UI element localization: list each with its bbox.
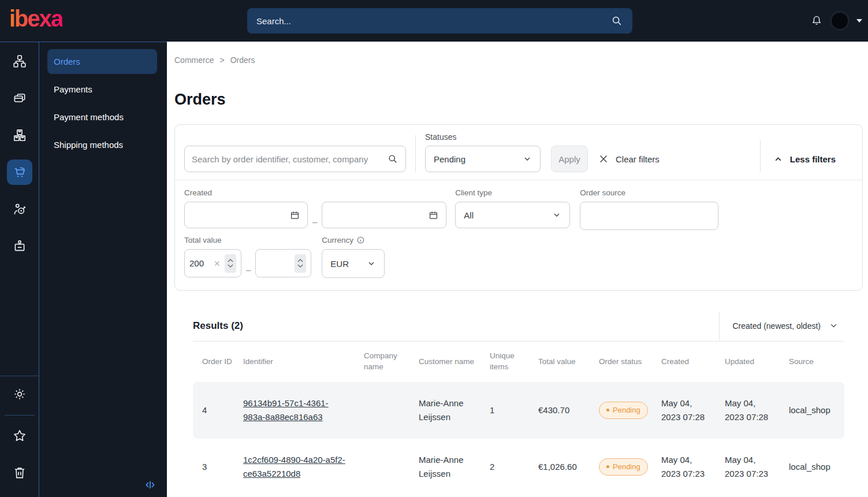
calendar-icon[interactable]	[428, 210, 439, 221]
sidebar-item-label: Orders	[54, 57, 80, 66]
status-badge: Pending	[599, 402, 648, 420]
total-value-cell: €1,026.60	[538, 460, 599, 474]
source-cell: local_shop	[789, 403, 844, 417]
order-identifier-link[interactable]: 96134b91-57c1-4361-983a-8a88ec816a63	[243, 396, 346, 424]
cart-icon[interactable]	[7, 160, 32, 185]
range-separator: –	[246, 265, 251, 275]
currency-label-text: Currency	[322, 236, 353, 244]
total-value-max-field[interactable]	[255, 249, 311, 277]
sort-select[interactable]: Created (newest, oldest)	[732, 321, 844, 331]
created-from-input[interactable]	[192, 210, 289, 220]
avatar[interactable]	[830, 11, 850, 31]
less-filters-toggle[interactable]: Less filters	[773, 146, 836, 172]
bell-icon[interactable]	[810, 14, 823, 27]
sort-label: Created (newest, oldest)	[732, 321, 821, 331]
created-cell: May 04, 2023 07:28	[661, 396, 709, 424]
table-header-row: Order ID Identifier Company name Custome…	[193, 342, 844, 382]
apply-button[interactable]: Apply	[551, 146, 588, 172]
clear-value-icon[interactable]	[214, 260, 221, 267]
chevron-down-icon	[523, 154, 532, 164]
statuses-label: Statuses	[425, 132, 541, 142]
column-header: Total value	[538, 357, 599, 368]
orders-search-input[interactable]	[192, 154, 387, 164]
collapse-panel-icon[interactable]	[143, 477, 158, 492]
global-search-input[interactable]	[256, 16, 610, 26]
star-icon[interactable]	[7, 423, 32, 448]
customers-icon[interactable]	[7, 196, 32, 222]
breadcrumb-orders[interactable]: Orders	[230, 55, 255, 65]
created-from-field[interactable]	[184, 202, 308, 228]
sidebar-item-payments[interactable]: Payments	[47, 77, 157, 102]
order-source-field[interactable]	[580, 202, 718, 230]
updated-cell: May 04, 2023 07:23	[725, 453, 772, 481]
order-identifier-link[interactable]: 1c2cf609-4890-4a20-a5f2-ce63a52210d8	[243, 453, 346, 481]
global-search[interactable]	[247, 8, 632, 34]
number-stepper[interactable]	[225, 254, 236, 273]
sort-divider	[719, 311, 720, 340]
column-header: Company name	[364, 351, 419, 373]
icon-rail	[0, 42, 39, 497]
column-header: Identifier	[243, 357, 364, 368]
results-title: Results (2)	[193, 320, 243, 332]
column-header: Updated	[725, 357, 789, 368]
order-id-cell: 4	[202, 403, 243, 417]
column-header: Source	[789, 357, 844, 368]
table-row: 4 96134b91-57c1-4361-983a-8a88ec816a63 M…	[193, 382, 844, 439]
client-type-select[interactable]: All	[455, 202, 570, 228]
total-value-max-input[interactable]	[260, 258, 290, 268]
sidebar-item-shipping-methods[interactable]: Shipping methods	[47, 132, 157, 157]
results-header: Results (2) Created (newest, oldest)	[193, 310, 844, 342]
search-icon[interactable]	[387, 153, 398, 165]
created-to-field[interactable]	[322, 202, 446, 228]
column-header: Order ID	[202, 357, 243, 368]
sidebar-item-label: Payments	[54, 84, 92, 94]
order-id-cell: 3	[202, 460, 243, 474]
filter-divider	[415, 135, 416, 172]
commerce-submenu: Orders Payments Payment methods Shipping…	[39, 42, 167, 497]
source-cell: local_shop	[789, 460, 844, 474]
close-icon	[598, 154, 609, 164]
main-content: Commerce > Orders Orders	[167, 42, 868, 497]
client-type-label: Client type	[455, 188, 570, 197]
info-icon[interactable]	[356, 236, 365, 244]
currency-value: EUR	[330, 259, 349, 269]
orders-search-field[interactable]	[184, 146, 406, 172]
products-icon[interactable]	[7, 123, 32, 148]
unique-items-cell: 2	[490, 460, 538, 474]
sidebar-item-label: Shipping methods	[54, 140, 123, 150]
total-value-min-field[interactable]	[184, 249, 241, 277]
total-value-min-input[interactable]	[189, 258, 210, 268]
total-value-label: Total value	[184, 236, 311, 244]
caret-down-icon[interactable]	[856, 19, 862, 23]
sidebar-item-payment-methods[interactable]: Payment methods	[47, 105, 157, 129]
status-label: Pending	[613, 461, 640, 473]
sidebar-item-orders[interactable]: Orders	[47, 49, 157, 74]
pages-icon[interactable]	[7, 86, 32, 111]
trash-icon[interactable]	[7, 460, 32, 485]
currency-select[interactable]: EUR	[322, 249, 385, 278]
currency-label: Currency	[322, 236, 385, 244]
storefront-icon[interactable]	[7, 233, 32, 259]
clear-filters-label: Clear filters	[616, 154, 660, 164]
unique-items-cell: 1	[490, 403, 538, 417]
less-filters-label: Less filters	[790, 154, 836, 164]
order-source-input[interactable]	[587, 211, 711, 221]
total-value-cell: €430.70	[538, 403, 599, 417]
clear-filters-button[interactable]: Clear filters	[598, 146, 660, 172]
calendar-icon[interactable]	[289, 210, 300, 221]
number-stepper[interactable]	[295, 254, 306, 273]
filter-divider	[760, 140, 761, 172]
breadcrumb: Commerce > Orders	[174, 55, 868, 65]
column-header: Unique items	[490, 351, 538, 373]
topbar: ibexa	[0, 0, 868, 42]
statuses-select[interactable]: Pending	[425, 146, 541, 172]
rail-divider	[5, 415, 35, 416]
sidebar-item-label: Payment methods	[54, 112, 124, 122]
customer-name-cell: Marie-Anne Leijssen	[419, 396, 481, 424]
created-to-input[interactable]	[329, 210, 428, 220]
gear-icon[interactable]	[7, 381, 32, 407]
sitemap-icon[interactable]	[7, 49, 32, 74]
search-icon[interactable]	[610, 14, 623, 27]
breadcrumb-commerce[interactable]: Commerce	[174, 55, 214, 65]
status-label: Pending	[613, 405, 640, 417]
